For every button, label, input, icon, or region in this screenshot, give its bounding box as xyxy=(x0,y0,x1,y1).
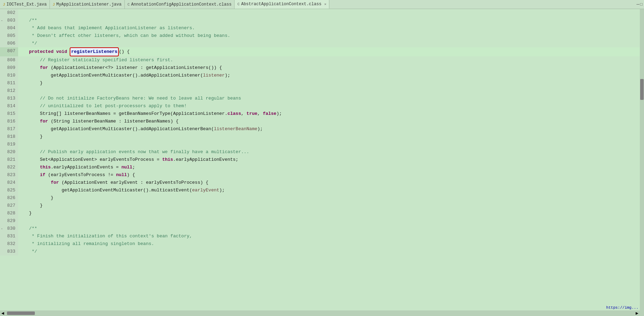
line-805: 805 * Doesn't affect other listeners, wh… xyxy=(0,32,644,40)
tab-icon-myapplistener: J xyxy=(53,2,55,7)
code-809: for (ApplicationListener<?> listener : g… xyxy=(18,64,644,72)
tab-icon-annotationconfig: C xyxy=(128,2,130,7)
horizontal-scrollbar-thumb[interactable] xyxy=(7,311,35,315)
linenum-804: 804 xyxy=(0,24,18,32)
line-827: 827 } xyxy=(0,202,644,210)
tab-close-abstractapp[interactable]: ✕ xyxy=(324,2,326,6)
line-823: 823 if (earlyEventsToProcess != null) { xyxy=(0,171,644,179)
line-833: 833 */ xyxy=(0,248,644,255)
line-825: 825 getApplicationEventMulticaster().mul… xyxy=(0,187,644,194)
code-825: getApplicationEventMulticaster().multica… xyxy=(18,187,644,194)
tab-label-annotationconfig: AnnotationConfigApplicationContext.class xyxy=(131,2,231,7)
linenum-824: 824 xyxy=(0,179,18,187)
line-815: 815 String[] listenerBeanNames = getBean… xyxy=(0,110,644,118)
status-link: https://img... xyxy=(606,306,638,310)
scroll-right-button[interactable]: ▶ xyxy=(634,310,640,316)
linenum-806: 806 xyxy=(0,40,18,47)
vertical-scrollbar[interactable] xyxy=(640,9,644,310)
tab-annotationconfig[interactable]: C AnnotationConfigApplicationContext.cla… xyxy=(125,0,235,9)
tab-abstractapp[interactable]: C AbstractApplicationContext.class ✕ xyxy=(235,0,329,9)
line-809: 809 for (ApplicationListener<?> listener… xyxy=(0,64,644,72)
linenum-823: 823 xyxy=(0,171,18,179)
code-833: */ xyxy=(18,248,644,255)
tab-label-myapplistener: MyApplicationListener.java xyxy=(56,2,121,7)
line-802: 802 xyxy=(0,9,644,17)
tab-myapplistener[interactable]: J MyApplicationListener.java xyxy=(50,0,125,9)
code-823: if (earlyEventsToProcess != null) { xyxy=(18,171,644,179)
linenum-833: 833 xyxy=(0,248,18,255)
line-820: 820 // Publish early application events … xyxy=(0,148,644,156)
linenum-816: 816 xyxy=(0,118,18,125)
line-822: 822 this.earlyApplicationEvents = null; xyxy=(0,164,644,171)
linenum-830: 830- xyxy=(0,225,18,232)
linenum-817: 817 xyxy=(0,125,18,133)
vertical-scrollbar-thumb[interactable] xyxy=(640,79,644,100)
code-827: } xyxy=(18,202,644,210)
line-811: 811 } xyxy=(0,79,644,87)
code-805: * Doesn't affect other listeners, which … xyxy=(18,32,644,40)
code-819 xyxy=(18,141,644,148)
line-808: 808 // Register statically specified lis… xyxy=(0,56,644,64)
editor-container: J IOCTest_Ext.java J MyApplicationListen… xyxy=(0,0,644,316)
window-minimize-icon[interactable]: ─ xyxy=(636,2,639,7)
linenum-813: 813 xyxy=(0,95,18,102)
linenum-810: 810 xyxy=(0,72,18,79)
linenum-812: 812 xyxy=(0,87,18,95)
line-829: 829 xyxy=(0,217,644,225)
linenum-826: 826 xyxy=(0,194,18,202)
linenum-827: 827 xyxy=(0,202,18,210)
scroll-left-button[interactable]: ◀ xyxy=(0,310,6,316)
code-811: } xyxy=(18,79,644,87)
line-831: 831 * Finish the initialization of this … xyxy=(0,232,644,240)
linenum-818: 818 xyxy=(0,133,18,141)
linenum-832: 832 xyxy=(0,240,18,248)
code-820: // Publish early application events now … xyxy=(18,148,644,156)
line-810: 810 getApplicationEventMulticaster().add… xyxy=(0,72,644,79)
code-807: protected void registerListeners() { xyxy=(18,47,644,56)
tab-ioctest[interactable]: J IOCTest_Ext.java xyxy=(0,0,50,9)
linenum-821: 821 xyxy=(0,156,18,164)
code-824: for (ApplicationEvent earlyEvent : early… xyxy=(18,179,644,187)
tab-icon-abstractapp: C xyxy=(237,2,240,6)
line-824: 824 for (ApplicationEvent earlyEvent : e… xyxy=(0,179,644,187)
linenum-807: 807 xyxy=(0,47,18,56)
code-831: * Finish the initialization of this cont… xyxy=(18,232,644,240)
code-810: getApplicationEventMulticaster().addAppl… xyxy=(18,72,644,79)
line-803: 803- /** xyxy=(0,17,644,24)
code-830: /** xyxy=(18,225,644,232)
code-826: } xyxy=(18,194,644,202)
code-814: // uninitialized to let post-processors … xyxy=(18,102,644,110)
code-832: * initializing all remaining singleton b… xyxy=(18,240,644,248)
code-817: getApplicationEventMulticaster().addAppl… xyxy=(18,125,644,133)
window-restore-icon[interactable]: □ xyxy=(640,2,643,7)
code-802 xyxy=(18,9,644,17)
line-804: 804 * Add beans that implement Applicati… xyxy=(0,24,644,32)
code-area: 802 803- /** 804 * Add beans that implem… xyxy=(0,9,644,316)
tab-label-abstractapp: AbstractApplicationContext.class xyxy=(241,2,321,7)
code-816: for (String listenerBeanName : listenerB… xyxy=(18,118,644,125)
line-821: 821 Set<ApplicationEvent> earlyEventsToP… xyxy=(0,156,644,164)
line-816: 816 for (String listenerBeanName : liste… xyxy=(0,118,644,125)
tab-bar: J IOCTest_Ext.java J MyApplicationListen… xyxy=(0,0,644,9)
tab-icon-ioctest: J xyxy=(3,2,5,7)
horizontal-scrollbar[interactable]: ◀ ▶ xyxy=(0,310,640,316)
code-806: */ xyxy=(18,40,644,47)
line-817: 817 getApplicationEventMulticaster().add… xyxy=(0,125,644,133)
code-829 xyxy=(18,217,644,225)
linenum-831: 831 xyxy=(0,232,18,240)
linenum-805: 805 xyxy=(0,32,18,40)
linenum-811: 811 xyxy=(0,79,18,87)
code-804: * Add beans that implement ApplicationLi… xyxy=(18,24,644,32)
line-807: 807 protected void registerListeners() { xyxy=(0,47,644,56)
code-815: String[] listenerBeanNames = getBeanName… xyxy=(18,110,644,118)
code-828: } xyxy=(18,210,644,217)
linenum-808: 808 xyxy=(0,56,18,64)
line-806: 806 */ xyxy=(0,40,644,47)
linenum-825: 825 xyxy=(0,187,18,194)
linenum-814: 814 xyxy=(0,102,18,110)
linenum-809: 809 xyxy=(0,64,18,72)
linenum-819: 819 xyxy=(0,141,18,148)
linenum-829: 829 xyxy=(0,217,18,225)
linenum-820: 820 xyxy=(0,148,18,156)
line-813: 813 // Do not initialize FactoryBeans he… xyxy=(0,95,644,102)
